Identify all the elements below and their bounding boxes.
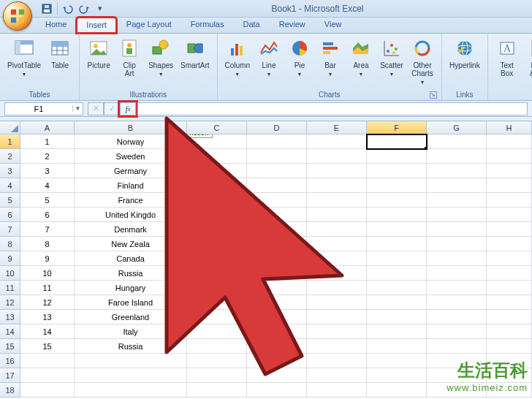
cell[interactable] xyxy=(247,281,307,295)
tab-data[interactable]: Data xyxy=(234,18,268,33)
cell[interactable] xyxy=(427,134,487,149)
clipart-button[interactable]: Clip Art xyxy=(115,35,144,79)
pivottable-button[interactable]: PivotTable▼ xyxy=(4,35,44,80)
cell[interactable] xyxy=(75,368,187,383)
cell[interactable]: Italy xyxy=(75,324,187,339)
cell[interactable] xyxy=(427,295,487,310)
row-header[interactable]: 10 xyxy=(0,266,20,281)
cell[interactable] xyxy=(427,339,487,354)
row-header[interactable]: 7 xyxy=(0,222,20,237)
cell[interactable] xyxy=(487,222,532,237)
cell[interactable] xyxy=(307,208,367,222)
cell[interactable] xyxy=(247,295,307,310)
cell[interactable]: Canada xyxy=(75,251,187,266)
cell[interactable] xyxy=(187,208,247,222)
row-header[interactable]: 18 xyxy=(0,383,20,398)
cell[interactable] xyxy=(367,208,427,222)
cell[interactable] xyxy=(307,178,367,193)
cell[interactable] xyxy=(75,354,187,368)
cell[interactable] xyxy=(247,134,307,149)
cell[interactable] xyxy=(367,295,427,310)
cell[interactable] xyxy=(247,383,307,398)
row-header[interactable]: 15 xyxy=(0,339,20,354)
row-header[interactable]: 9 xyxy=(0,251,20,266)
cell[interactable] xyxy=(367,324,427,339)
cell[interactable] xyxy=(487,266,532,281)
cell[interactable]: 4 xyxy=(20,178,75,193)
cancel-formula-button[interactable]: ✕ xyxy=(88,102,104,115)
cell[interactable]: 6 xyxy=(20,208,75,222)
cell[interactable] xyxy=(487,178,532,193)
cell[interactable] xyxy=(187,339,247,354)
cell[interactable] xyxy=(75,383,187,398)
cell[interactable]: 14 xyxy=(20,324,75,339)
cell[interactable] xyxy=(367,368,427,383)
column-chart-button[interactable]: Column▼ xyxy=(222,35,253,80)
cell[interactable] xyxy=(367,251,427,266)
charts-dialog-launcher[interactable]: ↘ xyxy=(430,91,437,99)
cell[interactable]: 3 xyxy=(20,164,75,178)
column-header-H[interactable]: H xyxy=(487,121,532,134)
cell[interactable] xyxy=(487,193,532,208)
cell[interactable] xyxy=(307,295,367,310)
row-header[interactable]: 17 xyxy=(0,368,20,383)
formula-input[interactable] xyxy=(137,102,528,115)
cell[interactable] xyxy=(187,354,247,368)
cell[interactable]: 9 xyxy=(20,251,75,266)
office-button[interactable] xyxy=(3,1,32,31)
cell[interactable] xyxy=(307,339,367,354)
cell[interactable]: 13 xyxy=(20,310,75,324)
cell[interactable] xyxy=(427,281,487,295)
name-box[interactable]: F1 ▼ xyxy=(4,102,83,115)
cell[interactable] xyxy=(367,237,427,251)
tab-formulas[interactable]: Formulas xyxy=(182,18,233,33)
cell[interactable] xyxy=(427,208,487,222)
cell[interactable] xyxy=(307,237,367,251)
cell[interactable] xyxy=(307,164,367,178)
column-header-B[interactable]: B xyxy=(75,121,187,134)
cell[interactable] xyxy=(187,266,247,281)
cell[interactable] xyxy=(307,324,367,339)
pie-chart-button[interactable]: Pie▼ xyxy=(285,35,314,80)
cell[interactable] xyxy=(487,134,532,149)
row-header[interactable]: 4 xyxy=(0,178,20,193)
cell[interactable] xyxy=(247,354,307,368)
cell[interactable] xyxy=(307,193,367,208)
cell[interactable] xyxy=(187,149,247,164)
cell[interactable] xyxy=(367,193,427,208)
column-header-G[interactable]: G xyxy=(427,121,487,134)
namebox-dropdown-icon[interactable]: ▼ xyxy=(72,105,83,112)
cell[interactable] xyxy=(427,237,487,251)
cell[interactable] xyxy=(247,251,307,266)
cell[interactable] xyxy=(247,310,307,324)
cell[interactable] xyxy=(247,208,307,222)
row-header[interactable]: 1 xyxy=(0,134,20,149)
cell[interactable] xyxy=(307,310,367,324)
cell[interactable] xyxy=(427,310,487,324)
cell[interactable] xyxy=(487,324,532,339)
cell[interactable]: Germany xyxy=(75,164,187,178)
cell[interactable] xyxy=(307,149,367,164)
cell[interactable] xyxy=(487,149,532,164)
cell[interactable] xyxy=(427,324,487,339)
cell[interactable] xyxy=(367,222,427,237)
other-charts-button[interactable]: Other Charts▼ xyxy=(408,35,437,88)
column-header-C[interactable]: C xyxy=(187,121,247,134)
cell[interactable] xyxy=(367,149,427,164)
row-header[interactable]: 3 xyxy=(0,164,20,178)
table-button[interactable]: Table xyxy=(45,35,75,71)
cell[interactable] xyxy=(487,310,532,324)
cell[interactable] xyxy=(307,281,367,295)
row-header[interactable]: 12 xyxy=(0,295,20,310)
cell[interactable] xyxy=(187,251,247,266)
cell[interactable]: New Zeala xyxy=(75,237,187,251)
column-header-D[interactable]: D xyxy=(247,121,307,134)
cell[interactable]: Finland xyxy=(75,178,187,193)
bar-chart-button[interactable]: Bar▼ xyxy=(316,35,345,80)
cell[interactable] xyxy=(187,295,247,310)
redo-icon[interactable] xyxy=(78,3,90,15)
spreadsheet-grid[interactable]: A B C D E F G H 11Norway22Sweden33German… xyxy=(0,121,532,398)
cell[interactable]: Faroe Island xyxy=(75,295,187,310)
textbox-button[interactable]: A Text Box xyxy=(493,35,522,79)
cell[interactable]: 12 xyxy=(20,295,75,310)
